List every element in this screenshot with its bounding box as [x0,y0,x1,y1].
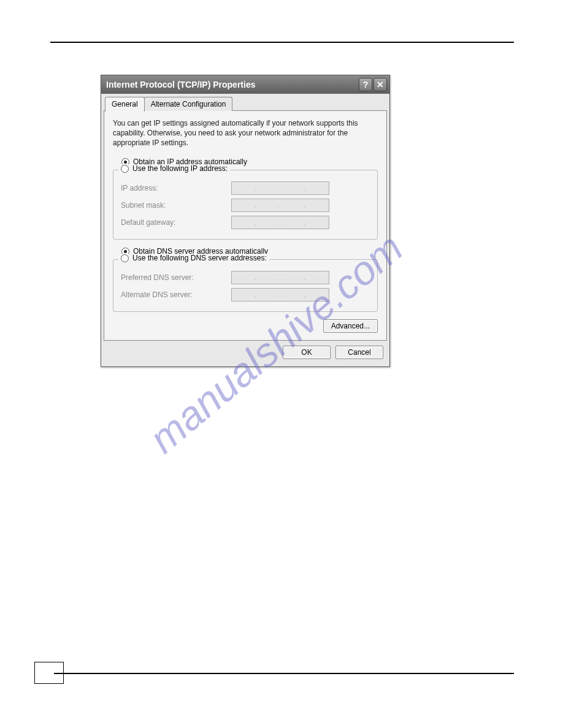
advanced-row: Advanced... [113,319,378,333]
ok-button[interactable]: OK [283,346,331,359]
page-top-rule [50,42,514,43]
tab-alternate-configuration[interactable]: Alternate Configuration [144,97,233,111]
advanced-button[interactable]: Advanced... [323,319,378,333]
input-ip-address[interactable]: ... [231,181,329,195]
row-alternate-dns: Alternate DNS server: ... [121,288,370,301]
radio-icon [121,165,129,173]
label-ip-address: IP address: [121,184,231,192]
row-default-gateway: Default gateway: ... [121,216,370,229]
label-alternate-dns: Alternate DNS server: [121,290,231,299]
close-icon[interactable]: ✕ [373,78,387,91]
input-subnet-mask[interactable]: ... [231,199,329,212]
radio-label: Use the following DNS server addresses: [132,254,267,262]
label-preferred-dns: Preferred DNS server: [121,273,231,282]
help-icon[interactable]: ? [359,78,372,91]
input-default-gateway[interactable]: ... [231,216,329,229]
tcpip-properties-dialog: Internet Protocol (TCP/IP) Properties ? … [101,75,390,367]
dialog-buttons: OK Cancel [104,341,387,360]
radio-icon [121,254,129,262]
radio-use-ip-manual[interactable]: Use the following IP address: [118,164,230,173]
input-alternate-dns[interactable]: ... [231,288,329,301]
help-glyph: ? [363,80,369,89]
radio-use-dns-manual[interactable]: Use the following DNS server addresses: [118,254,269,262]
row-preferred-dns: Preferred DNS server: ... [121,271,370,284]
cancel-button[interactable]: Cancel [335,346,383,359]
titlebar[interactable]: Internet Protocol (TCP/IP) Properties ? … [101,75,389,94]
dialog-body: General Alternate Configuration You can … [101,94,389,366]
close-glyph: ✕ [377,80,384,89]
group-dns-manual: Use the following DNS server addresses: … [113,259,378,312]
radio-label: Use the following IP address: [132,164,228,173]
page-bottom-rule [54,673,514,674]
tabstrip: General Alternate Configuration [104,96,387,111]
tab-general[interactable]: General [105,97,145,112]
intro-text: You can get IP settings assigned automat… [113,118,378,148]
group-ip-manual: Use the following IP address: IP address… [113,170,378,240]
label-default-gateway: Default gateway: [121,218,231,227]
tab-panel-general: You can get IP settings assigned automat… [104,110,387,341]
row-subnet-mask: Subnet mask: ... [121,199,370,212]
row-ip-address: IP address: ... [121,181,370,195]
window-title: Internet Protocol (TCP/IP) Properties [106,80,358,89]
label-subnet-mask: Subnet mask: [121,201,231,210]
input-preferred-dns[interactable]: ... [231,271,329,284]
